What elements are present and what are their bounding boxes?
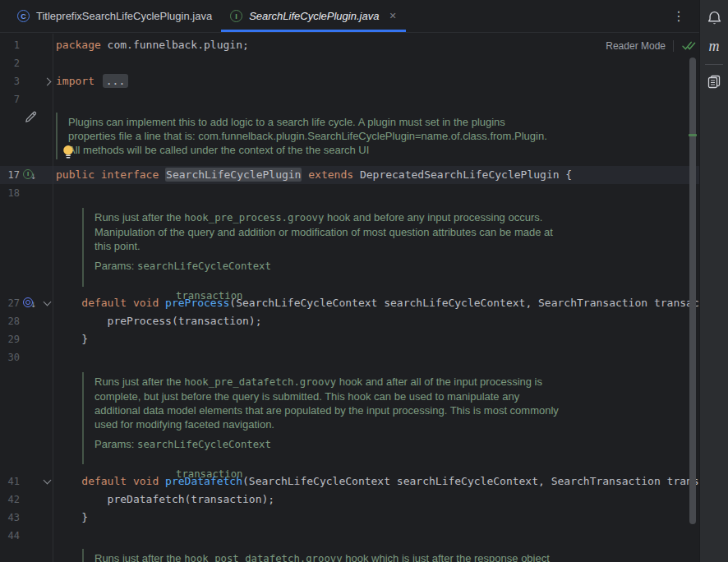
tab-label: SearchLifeCyclePlugin.java [249, 10, 379, 22]
code-line-43[interactable]: 43 } [0, 509, 699, 527]
interface-implemented-marker-icon[interactable]: I ↓ [23, 169, 36, 182]
doc-line: this point. [94, 239, 553, 253]
code-line-29[interactable]: 29 } [0, 330, 699, 348]
doc-line: Runs just after the hook_pre_process.gro… [94, 210, 553, 225]
ide-window: C TitleprefixSearchLifeCyclePlugin.java … [0, 0, 728, 562]
code-text[interactable]: package com.funnelback.plugin; [56, 36, 249, 54]
code-line-18[interactable]: 18 [0, 184, 699, 202]
doc-line: All methods will be called under the con… [68, 143, 547, 157]
code-text[interactable]: } [56, 509, 88, 527]
tab-titleprefix-search-lifecycle-plugin[interactable]: C TitleprefixSearchLifeCyclePlugin.java [8, 0, 221, 32]
strip-divider [705, 64, 723, 65]
doc-line: Runs just after the hook_post_datafetch.… [94, 551, 550, 562]
line-number: 7 [0, 90, 20, 108]
line-number: 41 [0, 472, 20, 491]
postdatafetch-doc-comment: Runs just after the hook_post_datafetch.… [82, 549, 550, 562]
class-doc-comment: Plugins can implement this to add logic … [56, 113, 547, 159]
code-line-41[interactable]: 41 default void preDatafetch(SearchLifeC… [0, 472, 699, 491]
code-text[interactable]: preProcess(transaction); [56, 312, 261, 330]
code-text[interactable]: public interface SearchLifeCyclePlugin e… [56, 166, 572, 184]
notifications-bell-icon[interactable] [707, 10, 722, 26]
intention-bulb-icon[interactable] [61, 144, 76, 160]
code-text[interactable]: import ... [56, 72, 128, 90]
documentation-icon[interactable] [706, 73, 722, 90]
code-line-7[interactable]: 7 [0, 90, 699, 108]
code-line-42[interactable]: 42 preDatafetch(transaction); [0, 491, 699, 509]
line-number: 1 [0, 36, 20, 54]
line-number: 18 [0, 184, 20, 202]
fold-expanded-chevron-icon[interactable] [44, 298, 52, 306]
code-text[interactable]: default void preProcess(SearchLifeCycleC… [56, 294, 699, 312]
code-text[interactable]: } [56, 330, 88, 348]
editor-tab-bar: C TitleprefixSearchLifeCyclePlugin.java … [0, 0, 699, 33]
right-tool-strip: m [699, 0, 728, 562]
code-line-30[interactable]: 30 [0, 348, 699, 366]
method-implemented-marker-icon[interactable]: ↓ [23, 297, 36, 310]
code-line-17[interactable]: 17 I ↓ public interface SearchLifeCycleP… [0, 166, 699, 184]
doc-line: complete, but just before the query is s… [94, 389, 559, 403]
line-number: 29 [0, 330, 20, 348]
code-editor[interactable]: Reader Mode 1 package com.funnelback.plu… [0, 34, 699, 562]
close-icon[interactable]: ✕ [389, 11, 396, 21]
vertical-scrollbar-thumb[interactable] [689, 58, 696, 524]
code-line-2[interactable]: 2 [0, 54, 699, 72]
code-line-28[interactable]: 28 preProcess(transaction); [0, 312, 699, 330]
doc-line: Manipulation of the query and addition o… [94, 225, 553, 239]
line-number-active: 17 [0, 166, 20, 184]
line-number: 28 [0, 312, 20, 330]
line-number: 44 [0, 527, 20, 545]
tab-options-kebab-icon[interactable]: ⋮ [669, 8, 689, 25]
fold-collapsed-chevron-icon[interactable] [44, 78, 52, 86]
line-number: 2 [0, 54, 20, 72]
fold-expanded-chevron-icon[interactable] [44, 477, 52, 485]
line-number: 42 [0, 491, 20, 509]
scrollbar-change-marker [689, 134, 697, 136]
interface-icon: I [230, 10, 242, 22]
line-number: 3 [0, 72, 20, 90]
edit-comment-pencil-icon[interactable] [23, 109, 39, 125]
code-line-27[interactable]: 27 ↓ default void preProcess(SearchLifeC… [0, 294, 699, 312]
doc-line: Plugins can implement this to add logic … [68, 115, 547, 129]
code-line-3[interactable]: 3 import ... [0, 72, 699, 90]
predatafetch-doc-comment: Runs just after the hook_pre_datafetch.g… [82, 372, 559, 464]
code-text[interactable]: default void preDatafetch(SearchLifeCycl… [56, 472, 699, 491]
doc-line: additional data model elements that are … [94, 403, 559, 417]
line-number: 27 [0, 294, 20, 312]
code-line-1[interactable]: 1 package com.funnelback.plugin; [0, 36, 699, 54]
maven-tool-icon[interactable]: m [709, 37, 720, 55]
tab-search-lifecycle-plugin[interactable]: I SearchLifeCyclePlugin.java ✕ [221, 0, 405, 32]
preprocess-doc-comment: Runs just after the hook_pre_process.gro… [82, 208, 553, 287]
code-line-44[interactable]: 44 [0, 527, 699, 545]
line-number: 30 [0, 348, 20, 366]
code-text[interactable]: preDatafetch(transaction); [56, 491, 274, 509]
line-number: 43 [0, 509, 20, 527]
class-icon: C [17, 10, 30, 22]
tab-label: TitleprefixSearchLifeCyclePlugin.java [36, 10, 212, 22]
doc-line: used for modifying faceted navigation. [94, 417, 559, 431]
doc-line: properties file a line that is: com.funn… [68, 129, 547, 143]
doc-line: Runs just after the hook_pre_datafetch.g… [94, 375, 559, 389]
active-tab-underline [221, 30, 405, 32]
